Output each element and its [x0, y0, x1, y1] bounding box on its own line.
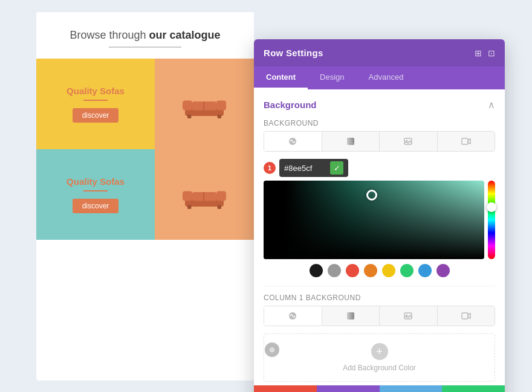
add-bg-label: Add Background Color — [343, 364, 416, 372]
svg-rect-19 — [462, 138, 468, 144]
card-2-title: Quality Sofas — [66, 176, 125, 187]
swatch-gray[interactable] — [328, 264, 341, 277]
hex-confirm-button[interactable]: ✓ — [330, 161, 343, 175]
swatches-row — [264, 264, 495, 277]
svg-rect-24 — [462, 313, 468, 319]
background-field-label: Background — [264, 119, 495, 127]
bg-type-image-btn[interactable] — [380, 132, 438, 151]
svg-rect-3 — [192, 101, 216, 110]
card-1-title: Quality Sofas — [66, 86, 125, 96]
card-2-underline — [83, 190, 108, 191]
col1-gradient-icon — [346, 311, 355, 321]
modal-header: Row Settings ⊞ ⊡ — [254, 39, 505, 66]
swatch-orange[interactable] — [364, 264, 377, 277]
hex-input-wrap: ✓ — [279, 159, 348, 177]
hue-slider-thumb[interactable] — [487, 202, 496, 212]
row-settings-modal: Row Settings ⊞ ⊡ Content Design Advanced… — [254, 39, 505, 392]
col1-bg-type-video-btn[interactable] — [438, 306, 495, 326]
card-2-left: Quality Sofas discover — [36, 149, 155, 240]
swatch-yellow[interactable] — [382, 264, 395, 277]
color-picker-area: 1 ✓ — [264, 159, 495, 277]
swatch-red[interactable] — [346, 264, 359, 277]
modal-footer: ✕ ↺ ↻ ✓ — [254, 385, 505, 392]
card-row-2: Quality Sofas discover — [36, 149, 254, 240]
add-bg-plus-icon: + — [371, 343, 388, 360]
corner-decorator: ⊕ — [265, 342, 279, 357]
card-2-discover-button[interactable]: discover — [73, 199, 119, 213]
tab-design[interactable]: Design — [308, 66, 356, 89]
swatch-purple[interactable] — [436, 264, 450, 277]
svg-rect-5 — [218, 115, 221, 118]
color-hex-row: 1 ✓ — [264, 159, 495, 177]
swatch-blue[interactable] — [418, 264, 432, 277]
col1-bg-type-gradient-btn[interactable] — [322, 306, 380, 326]
column1-bg-label: Column 1 Background — [264, 294, 495, 302]
svg-rect-11 — [187, 205, 191, 209]
sofa-icon-1 — [180, 86, 229, 122]
bg-type-color-btn[interactable] — [264, 132, 322, 151]
card-1-underline — [83, 100, 108, 101]
svg-rect-21 — [347, 312, 354, 320]
browse-underline — [109, 47, 181, 48]
color-circle-picker[interactable] — [366, 190, 377, 201]
tab-content[interactable]: Content — [254, 66, 308, 89]
hue-slider-track[interactable] — [488, 181, 495, 259]
card-2-right — [155, 149, 254, 240]
swatch-green[interactable] — [400, 264, 414, 277]
gradient-wrapper — [264, 181, 495, 259]
reset-button[interactable]: ↺ — [317, 385, 380, 392]
svg-rect-8 — [183, 191, 192, 201]
bg-type-gradient-btn[interactable] — [322, 132, 380, 151]
video-icon — [461, 137, 471, 146]
gradient-icon — [346, 137, 355, 146]
svg-rect-1 — [183, 100, 192, 110]
card-1-left: Quality Sofas discover — [36, 59, 155, 149]
browse-heading-normal: Browse through — [70, 29, 149, 41]
swatch-black[interactable] — [310, 264, 323, 277]
col1-bg-type-color-btn[interactable] — [264, 306, 322, 326]
card-1-right — [155, 59, 254, 149]
card-row-1: Quality Sofas discover — [36, 59, 254, 149]
browse-heading: Browse through our catalogue — [36, 29, 254, 42]
step-badge: 1 — [264, 162, 276, 174]
sofa-icon-2 — [180, 176, 229, 213]
background-section-header: Background ∧ — [264, 99, 495, 111]
svg-rect-4 — [187, 115, 191, 118]
col1-bg-type-image-btn[interactable] — [380, 306, 438, 326]
image-icon — [403, 137, 413, 146]
cards-container: Quality Sofas discover — [36, 59, 254, 240]
add-bg-color-area[interactable]: + Add Background Color — [264, 333, 495, 382]
color-fill-icon — [288, 137, 297, 146]
col1-image-icon — [403, 311, 413, 321]
bg-type-row — [264, 131, 495, 152]
modal-expand-icon[interactable]: ⊡ — [488, 48, 495, 58]
gradient-canvas[interactable] — [264, 181, 484, 259]
col1-bg-type-row — [264, 306, 495, 326]
modal-header-icons: ⊞ ⊡ — [475, 48, 495, 58]
page-content-area: Browse through our catalogue Quality Sof… — [36, 12, 254, 381]
modal-resize-icon[interactable]: ⊞ — [475, 48, 482, 58]
svg-rect-12 — [218, 205, 221, 209]
hex-color-input[interactable] — [284, 164, 326, 173]
cancel-button[interactable]: ✕ — [254, 385, 317, 392]
col1-video-icon — [461, 311, 471, 321]
modal-title: Row Settings — [264, 48, 323, 58]
save-button[interactable]: ✓ — [442, 385, 505, 392]
card-1-discover-button[interactable]: discover — [73, 108, 119, 123]
col1-color-fill-icon — [288, 311, 297, 321]
svg-rect-9 — [216, 191, 226, 201]
background-section-title: Background — [264, 100, 317, 110]
svg-rect-2 — [216, 100, 226, 110]
svg-rect-10 — [192, 192, 216, 201]
modal-body: Background ∧ Background — [254, 89, 505, 385]
section-collapse-icon[interactable]: ∧ — [488, 99, 495, 111]
browse-heading-bold: our catalogue — [149, 29, 221, 41]
modal-tabs: Content Design Advanced — [254, 66, 505, 89]
section-divider — [264, 286, 495, 286]
redo-button[interactable]: ↻ — [380, 385, 443, 392]
bg-type-video-btn[interactable] — [438, 132, 495, 151]
tab-advanced[interactable]: Advanced — [357, 66, 416, 89]
